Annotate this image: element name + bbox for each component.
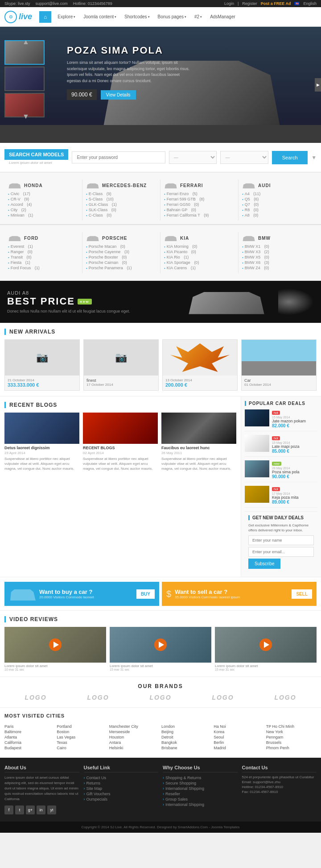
nav-joomla[interactable]: Joomla content ▾ [80, 12, 120, 22]
city-item[interactable]: Cairo [57, 745, 107, 751]
city-item[interactable]: Helsinki [109, 745, 160, 751]
list-item[interactable]: KIA Rio (1) [164, 255, 235, 260]
list-item[interactable]: Q7 (0) [242, 202, 313, 207]
city-item[interactable]: Brisbane [161, 745, 212, 751]
city-item[interactable]: Budapest [4, 745, 55, 751]
logo[interactable]: ⊙ live [4, 11, 32, 23]
buy-button[interactable]: BUY [136, 589, 155, 599]
city-item[interactable]: Ha Noi [214, 724, 264, 729]
list-item[interactable]: SLK-Class (0) [86, 207, 156, 213]
list-item[interactable]: Ranger (0) [8, 249, 78, 255]
footer-link[interactable]: Group Sales [163, 797, 238, 802]
city-item[interactable]: Korea [214, 729, 264, 734]
list-item[interactable]: BMW Z4 (0) [242, 265, 313, 271]
search-input[interactable] [72, 151, 165, 163]
city-item[interactable]: Houston [109, 734, 160, 740]
footer-link[interactable]: Site Map [84, 786, 159, 791]
city-item[interactable]: Seoul [214, 734, 264, 740]
list-item[interactable]: A8 (0) [242, 213, 313, 218]
city-item[interactable]: Atlanta [4, 734, 55, 740]
list-item[interactable]: Porsche Macan (0) [86, 244, 156, 249]
list-item[interactable]: BMW X6 (3) [242, 260, 313, 265]
list-item[interactable]: Porsche Panamera (1) [86, 265, 156, 271]
deal-name-1[interactable]: Jate mazon pokam [272, 419, 317, 423]
max-price-select[interactable]: — [220, 151, 268, 164]
city-item[interactable]: California [4, 740, 55, 745]
social-linkedin[interactable]: in [37, 805, 45, 814]
thumb-2[interactable] [4, 67, 45, 91]
city-item[interactable]: Madrid [214, 745, 264, 751]
slider-arrow-up[interactable]: ▲ [22, 38, 29, 46]
deal-name-4[interactable]: Keja poza mita [272, 495, 317, 500]
nav-ads[interactable]: AdsManager [206, 12, 239, 22]
list-item[interactable]: E-Class (9) [86, 191, 156, 196]
list-item[interactable]: Minivan (1) [8, 213, 78, 218]
blog-title-1[interactable]: Detus laoreet dignissim [4, 446, 79, 450]
blog-title-2[interactable]: RECENT BLOGS [83, 446, 158, 450]
city-item[interactable]: Detroit [161, 734, 212, 740]
list-item[interactable]: R8 (0) [242, 207, 313, 213]
list-item[interactable]: CR-V (9) [8, 196, 78, 202]
list-item[interactable]: Porsche Caiman (0) [86, 260, 156, 265]
city-item[interactable]: Manchester City [109, 724, 160, 729]
list-item[interactable]: S-Class (10) [86, 196, 156, 202]
list-item[interactable]: Ferrari 599 GTB (8) [164, 196, 235, 202]
footer-link[interactable]: Ourspecials [84, 797, 159, 802]
deal-name-2[interactable]: Late mapi poza [272, 444, 317, 449]
list-item[interactable]: KIA Picanto (0) [164, 249, 235, 255]
daily-name-input[interactable] [248, 535, 314, 545]
login-link[interactable]: Login [224, 1, 234, 6]
city-item[interactable]: Las Vegas [57, 734, 107, 740]
post-ad-link[interactable]: Post a FREE Ad [261, 1, 291, 6]
list-item[interactable]: KIA Carens (1) [164, 265, 235, 271]
footer-link[interactable]: Reseller [163, 791, 238, 797]
footer-link[interactable]: Shopping & Returns [163, 775, 238, 780]
search-button[interactable]: Search [272, 151, 308, 164]
city-item[interactable]: Merseeside [109, 729, 160, 734]
list-item[interactable]: C-Class (0) [86, 213, 156, 218]
list-item[interactable]: BMW X3 (2) [242, 249, 313, 255]
footer-link[interactable]: International Shipping [163, 786, 238, 791]
footer-link[interactable]: Gift Vouchers [84, 791, 159, 797]
list-item[interactable]: Civic (17) [8, 191, 78, 196]
deal-name-3[interactable]: Poza sima pola [272, 470, 317, 474]
subscribe-button[interactable]: Subscribe [248, 559, 280, 569]
city-item[interactable]: Berlin [214, 740, 264, 745]
city-item[interactable]: Boston [57, 729, 107, 734]
list-item[interactable]: Ferrari California T (9) [164, 213, 235, 218]
city-item[interactable]: London [161, 724, 212, 729]
list-item[interactable]: Bahrain GP (0) [164, 207, 235, 213]
play-button-1[interactable] [49, 638, 62, 651]
list-item[interactable]: Ford Focus (1) [8, 265, 78, 271]
video-thumb-3[interactable] [215, 627, 317, 663]
city-item[interactable]: Beijing [161, 729, 212, 734]
list-item[interactable]: Ferrari GG50 (0) [164, 202, 235, 207]
city-item[interactable]: Penngam [266, 734, 317, 740]
nav-explore[interactable]: Explore ▾ [54, 12, 79, 22]
min-price-select[interactable]: — [169, 151, 217, 164]
list-item[interactable]: Everest (1) [8, 244, 78, 249]
list-item[interactable]: BMW X5 (0) [242, 255, 313, 260]
play-button-3[interactable] [259, 638, 272, 651]
list-item[interactable]: GLK-Class (1) [86, 202, 156, 207]
list-item[interactable]: City (2) [8, 207, 78, 213]
list-item[interactable]: A4 (11) [242, 191, 313, 196]
city-item[interactable]: TP Ho Chi Minh [266, 724, 317, 729]
list-item[interactable]: KIA Morning (0) [164, 244, 235, 249]
footer-link[interactable]: Secure Shopping [163, 780, 238, 786]
list-item[interactable]: BMW X1 (0) [242, 244, 313, 249]
city-item[interactable]: Texas [57, 740, 107, 745]
list-item[interactable]: KIA Sportage (0) [164, 260, 235, 265]
city-item[interactable]: Antara [109, 740, 160, 745]
footer-link[interactable]: International Shipping [163, 802, 238, 807]
blog-title-3[interactable]: Faucibus eu laoreet hunc [161, 446, 236, 450]
sell-button[interactable]: SELL [292, 589, 312, 599]
home-button[interactable]: ⌂ [39, 11, 51, 23]
skype-link[interactable]: Skype: live.sty [4, 1, 30, 6]
list-item[interactable]: Accord (4) [8, 202, 78, 207]
city-item[interactable]: New York [266, 729, 317, 734]
list-item[interactable]: Transit (0) [8, 255, 78, 260]
city-item[interactable]: Paris [4, 724, 55, 729]
city-item[interactable]: Bangkok [161, 740, 212, 745]
nav-hash2[interactable]: #2 ▾ [191, 12, 206, 22]
